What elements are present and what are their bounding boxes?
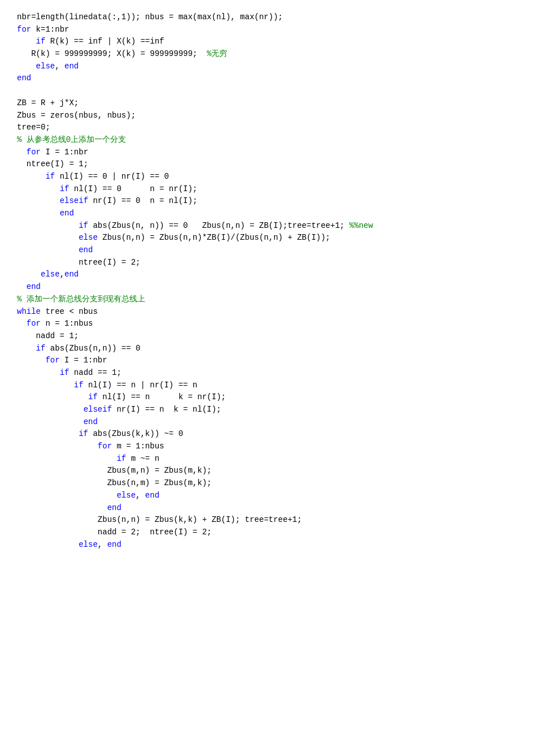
code-line-28: for I = 1:nbr [17, 355, 517, 367]
code-line-4: else, end [17, 61, 517, 73]
code-line-36: if m ~= n [17, 453, 517, 465]
code-line-40: end [17, 502, 517, 515]
code-line-24: while tree < nbus [17, 306, 517, 318]
code-line-20: ntree(I) = 2; [17, 257, 517, 269]
code-line-11: for I = 1:nbr [17, 146, 517, 159]
code-line-5: end [17, 72, 517, 85]
code-line-0: nbr=length(linedata(:,1)); nbus = max(ma… [17, 11, 517, 24]
code-line-16: end [17, 208, 517, 220]
code-line-22: end [17, 281, 517, 293]
code-line-7: ZB = R + j*X; [17, 97, 517, 110]
code-line-21: else,end [17, 269, 517, 281]
code-line-8: Zbus = zeros(nbus, nbus); [17, 110, 517, 122]
code-line-10: % 从参考总线0上添加一个分支 [17, 134, 517, 146]
code-line-32: elseif nr(I) == n k = nl(I); [17, 404, 517, 416]
code-line-1: for k=1:nbr [17, 24, 517, 36]
code-line-29: if nadd == 1; [17, 367, 517, 379]
code-line-13: if nl(I) == 0 | nr(I) == 0 [17, 171, 517, 183]
code-line-23: % 添加一个新总线分支到现有总线上 [17, 293, 517, 306]
code-block: nbr=length(linedata(:,1)); nbus = max(ma… [17, 11, 517, 551]
code-line-38: Zbus(n,m) = Zbus(m,k); [17, 477, 517, 490]
code-line-37: Zbus(m,n) = Zbus(m,k); [17, 465, 517, 477]
code-line-27: if abs(Zbus(n,n)) == 0 [17, 343, 517, 355]
code-line-30: if nl(I) == n | nr(I) == n [17, 379, 517, 392]
code-line-17: if abs(Zbus(n, n)) == 0 Zbus(n,n) = ZB(I… [17, 220, 517, 232]
code-line-18: else Zbus(n,n) = Zbus(n,n)*ZB(I)/(Zbus(n… [17, 232, 517, 244]
code-line-6: ​ [17, 85, 517, 97]
code-line-9: tree=0; [17, 122, 517, 134]
code-line-25: for n = 1:nbus [17, 318, 517, 330]
code-line-35: for m = 1:nbus [17, 440, 517, 453]
code-line-19: end [17, 244, 517, 257]
code-line-42: nadd = 2; ntree(I) = 2; [17, 526, 517, 539]
code-line-34: if abs(Zbus(k,k)) ~= 0 [17, 428, 517, 440]
code-line-2: if R(k) == inf | X(k) ==inf [17, 36, 517, 48]
code-line-39: else, end [17, 490, 517, 502]
code-line-26: nadd = 1; [17, 330, 517, 343]
code-editor: nbr=length(linedata(:,1)); nbus = max(ma… [0, 0, 534, 756]
code-line-31: if nl(I) == n k = nr(I); [17, 391, 517, 404]
code-line-14: if nl(I) == 0 n = nr(I); [17, 183, 517, 196]
code-line-41: Zbus(n,n) = Zbus(k,k) + ZB(I); tree=tree… [17, 514, 517, 526]
code-line-12: ntree(I) = 1; [17, 158, 517, 171]
code-line-15: elseif nr(I) == 0 n = nl(I); [17, 195, 517, 208]
code-line-43: else, end [17, 539, 517, 551]
code-line-3: R(k) = 999999999; X(k) = 999999999; %无穷 [17, 48, 517, 61]
code-line-33: end [17, 416, 517, 429]
